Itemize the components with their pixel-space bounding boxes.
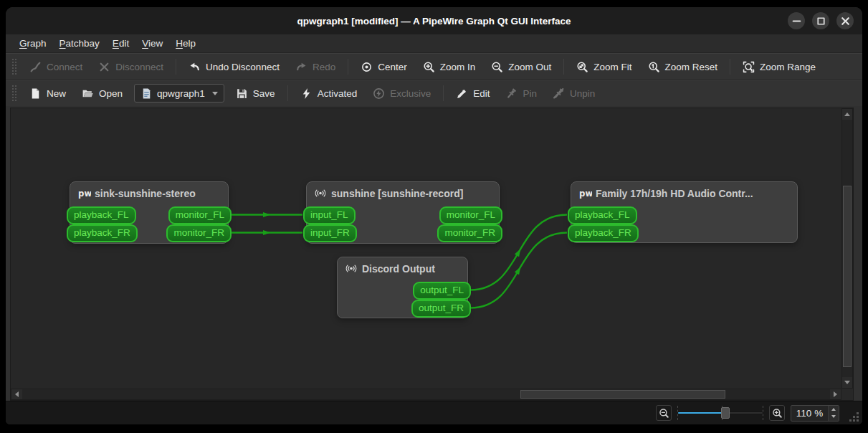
redo-button[interactable]: Redo bbox=[288, 57, 343, 77]
activated-button[interactable]: Activated bbox=[293, 83, 365, 103]
hscroll-thumb[interactable] bbox=[520, 390, 725, 399]
pipewire-icon: pw bbox=[77, 187, 91, 199]
zoom-spinbox[interactable]: 110 % bbox=[791, 405, 839, 422]
scroll-down-button[interactable] bbox=[842, 377, 852, 388]
minimize-icon bbox=[791, 15, 803, 27]
zoom-fit-button[interactable]: Zoom Fit bbox=[569, 57, 639, 77]
zoom-reset-button[interactable]: Zoom Reset bbox=[641, 57, 725, 77]
toolbar-button-label: Exclusive bbox=[390, 88, 431, 99]
menu-item-edit[interactable]: Edit bbox=[106, 36, 135, 51]
exclusive-button[interactable]: Exclusive bbox=[366, 83, 438, 103]
toolbar-separator bbox=[563, 59, 564, 75]
toolbar-button-label: Pin bbox=[523, 88, 537, 99]
toolbar-drag-handle[interactable] bbox=[11, 58, 16, 75]
toolbar-button-label: Save bbox=[253, 88, 275, 99]
toolbar-drag-handle[interactable] bbox=[11, 85, 16, 102]
patchbay-select[interactable]: qpwgraph1 bbox=[134, 84, 224, 103]
undo-disconnect-button[interactable]: Undo Disconnect bbox=[181, 57, 287, 77]
port-family-playback-fr[interactable]: playback_FR bbox=[568, 224, 639, 242]
connect-button[interactable]: Connect bbox=[22, 57, 90, 77]
menu-item-view[interactable]: View bbox=[135, 36, 169, 51]
zoom-range-button[interactable]: Zoom Range bbox=[735, 57, 823, 77]
toolbar-button-label: Open bbox=[99, 88, 123, 99]
port-sink-monitor-fl[interactable]: monitor_FL bbox=[168, 206, 232, 224]
slider-handle[interactable] bbox=[721, 407, 730, 419]
port-sink-playback-fr[interactable]: playback_FR bbox=[67, 224, 138, 242]
zoom-out-icon bbox=[491, 61, 503, 73]
edge-arrow-icon bbox=[263, 230, 271, 235]
node-family[interactable]: pwFamily 17h/19h HD Audio Contr...playba… bbox=[571, 181, 798, 243]
port-sink-playback-fl[interactable]: playback_FL bbox=[67, 206, 136, 224]
port-sunshine-input-fr[interactable]: input_FR bbox=[303, 224, 357, 242]
toolbar-button-label: Redo bbox=[313, 62, 335, 72]
save-icon bbox=[236, 87, 248, 100]
scroll-right-button[interactable] bbox=[830, 389, 841, 399]
pin-button[interactable]: Pin bbox=[498, 83, 544, 103]
scroll-up-button[interactable] bbox=[842, 109, 852, 120]
zoom-slider[interactable] bbox=[677, 405, 763, 421]
spin-up-icon bbox=[831, 408, 836, 411]
node-sunshine[interactable]: sunshine [sunshine-record]input_FLinput_… bbox=[306, 181, 500, 244]
zoom-value: 110 % bbox=[791, 406, 828, 421]
vscroll-groove[interactable] bbox=[842, 120, 852, 376]
menu-item-patchbay[interactable]: Patchbay bbox=[53, 36, 106, 51]
toolbar-separator bbox=[176, 59, 176, 75]
close-button[interactable] bbox=[836, 12, 854, 29]
zoom-in-button[interactable] bbox=[769, 405, 785, 421]
node-title: Discord Output bbox=[338, 257, 467, 275]
edge-arrow-icon bbox=[515, 247, 523, 257]
port-family-playback-fl[interactable]: playback_FL bbox=[568, 206, 637, 224]
spin-up-button[interactable] bbox=[829, 406, 839, 414]
vscroll-thumb[interactable] bbox=[843, 186, 852, 367]
app-window: qpwgraph1 [modified] — A PipeWire Graph … bbox=[6, 7, 862, 424]
toolbar-button-label: Zoom Reset bbox=[665, 62, 718, 72]
horizontal-scrollbar[interactable] bbox=[11, 389, 841, 400]
spin-arrows bbox=[828, 406, 839, 421]
menu-item-graph[interactable]: Graph bbox=[13, 36, 53, 51]
node-title-text: sunshine [sunshine-record] bbox=[331, 188, 463, 199]
toolbar-button-label: Zoom Range bbox=[760, 62, 816, 72]
hscroll-groove[interactable] bbox=[23, 389, 829, 399]
edges-svg bbox=[11, 108, 841, 389]
toolbar-graph: ConnectDisconnectUndo DisconnectRedoCent… bbox=[6, 53, 862, 80]
resize-grip[interactable] bbox=[848, 411, 859, 422]
port-sunshine-monitor-fl[interactable]: monitor_FL bbox=[439, 206, 502, 224]
unpin-button[interactable]: Unpin bbox=[545, 83, 602, 103]
port-discord-output-fr[interactable]: output_FR bbox=[411, 300, 471, 318]
toolbar-button-label: Center bbox=[378, 62, 407, 72]
zoom-out-button[interactable]: Zoom Out bbox=[484, 57, 558, 77]
vertical-scrollbar[interactable] bbox=[841, 108, 853, 389]
port-sink-monitor-fr[interactable]: monitor_FR bbox=[166, 224, 232, 242]
node-discord[interactable]: Discord Outputoutput_FLoutput_FR bbox=[337, 257, 468, 318]
disconnect-button[interactable]: Disconnect bbox=[91, 57, 171, 77]
node-title-text: Family 17h/19h HD Audio Contr... bbox=[596, 188, 753, 199]
exclusive-icon bbox=[373, 87, 385, 100]
title-bar[interactable]: qpwgraph1 [modified] — A PipeWire Graph … bbox=[6, 7, 862, 34]
maximize-button[interactable] bbox=[812, 12, 829, 29]
node-sink[interactable]: pwsink-sunshine-stereoplayback_FLplaybac… bbox=[70, 181, 229, 244]
spin-down-button[interactable] bbox=[829, 413, 839, 421]
save-button[interactable]: Save bbox=[229, 83, 282, 103]
broadcast-icon bbox=[344, 262, 358, 275]
minimize-button[interactable] bbox=[788, 12, 805, 29]
port-sunshine-monitor-fr[interactable]: monitor_FR bbox=[437, 224, 502, 242]
new-button[interactable]: New bbox=[22, 83, 73, 103]
toolbar-button-label: Zoom In bbox=[440, 62, 476, 72]
center-icon bbox=[361, 61, 373, 73]
port-sunshine-input-fl[interactable]: input_FL bbox=[303, 206, 356, 224]
graph-canvas[interactable]: pwsink-sunshine-stereoplayback_FLplaybac… bbox=[11, 108, 841, 389]
redo-icon bbox=[295, 61, 307, 73]
slider-groove[interactable] bbox=[677, 411, 763, 414]
zoom-in-button[interactable]: Zoom In bbox=[416, 57, 483, 77]
edit-button[interactable]: Edit bbox=[449, 83, 497, 103]
toolbar-button-label: Connect bbox=[47, 62, 82, 72]
port-discord-output-fl[interactable]: output_FL bbox=[413, 282, 471, 300]
broadcast-icon bbox=[313, 187, 328, 199]
toolbar-button-label: Unpin bbox=[570, 88, 595, 99]
scroll-left-button[interactable] bbox=[11, 389, 22, 399]
center-button[interactable]: Center bbox=[353, 57, 414, 77]
new-file-icon bbox=[29, 87, 42, 100]
menu-item-help[interactable]: Help bbox=[169, 36, 202, 51]
open-button[interactable]: Open bbox=[75, 83, 130, 103]
zoom-out-button[interactable] bbox=[656, 405, 672, 421]
